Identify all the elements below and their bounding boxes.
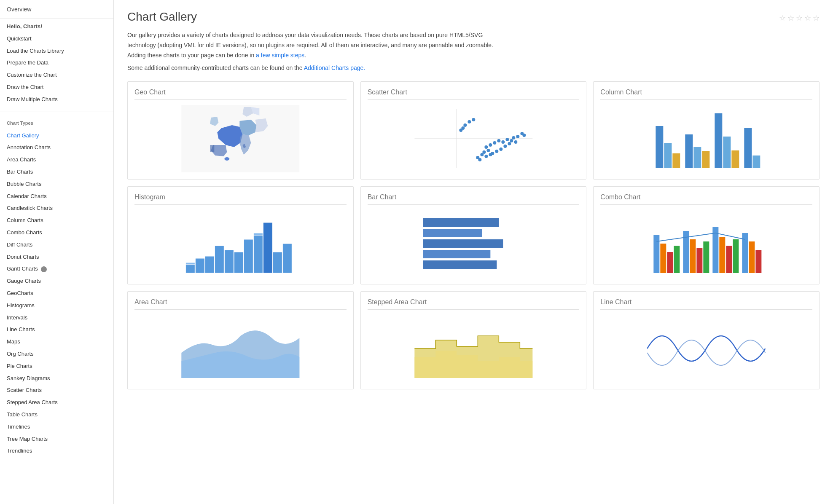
chart-title-area: Area Chart xyxy=(134,298,347,310)
svg-rect-59 xyxy=(253,233,263,235)
svg-point-8 xyxy=(493,141,496,145)
svg-rect-57 xyxy=(282,244,292,273)
svg-rect-51 xyxy=(224,250,234,273)
sidebar-item-quickstart[interactable]: Quickstart xyxy=(0,33,113,45)
sidebar-item-area-charts[interactable]: Area Charts xyxy=(0,154,113,166)
sidebar-item-draw-multiple[interactable]: Draw Multiple Charts xyxy=(0,94,113,106)
sidebar-item-hello-charts[interactable]: Hello, Charts! xyxy=(0,21,113,33)
chart-title-bar: Bar Chart xyxy=(368,193,580,205)
svg-point-29 xyxy=(468,120,471,123)
sidebar-chart-types-group: Chart Gallery Annotation Charts Area Cha… xyxy=(0,128,113,461)
svg-point-11 xyxy=(505,138,509,141)
sidebar-item-bubble-charts[interactable]: Bubble Charts xyxy=(0,178,113,190)
svg-rect-72 xyxy=(690,239,696,273)
sidebar-item-customize-chart[interactable]: Customize the Chart xyxy=(0,69,113,81)
page-header: Chart Gallery ☆ ☆ ☆ ☆ ☆ xyxy=(127,10,820,24)
simple-steps-link[interactable]: a few simple steps xyxy=(256,52,304,59)
svg-point-27 xyxy=(484,155,488,158)
svg-rect-45 xyxy=(753,155,760,168)
line-chart-svg xyxy=(600,315,812,382)
main-description: Our gallery provides a variety of charts… xyxy=(127,30,507,60)
svg-point-15 xyxy=(503,145,507,148)
svg-rect-70 xyxy=(674,246,680,273)
sidebar-divider xyxy=(0,112,113,112)
star-1[interactable]: ☆ xyxy=(779,13,786,23)
star-5[interactable]: ☆ xyxy=(813,13,820,23)
svg-point-25 xyxy=(522,134,526,137)
sidebar-item-chart-gallery[interactable]: Chart Gallery xyxy=(0,130,113,142)
star-4[interactable]: ☆ xyxy=(804,13,811,23)
sidebar-item-stepped-area-charts[interactable]: Stepped Area Charts xyxy=(0,397,113,409)
chart-card-scatter[interactable]: Scatter Chart xyxy=(360,81,587,180)
svg-rect-68 xyxy=(661,244,666,273)
column-chart-svg xyxy=(600,105,812,172)
star-rating[interactable]: ☆ ☆ ☆ ☆ ☆ xyxy=(779,13,820,23)
chart-visual-histogram xyxy=(134,210,347,277)
star-2[interactable]: ☆ xyxy=(787,13,794,23)
sidebar-overview-item[interactable]: Overview xyxy=(0,0,113,19)
sidebar-item-gantt-charts[interactable]: Gantt Charts ! xyxy=(0,263,113,275)
chart-title-scatter: Scatter Chart xyxy=(368,88,580,100)
svg-rect-48 xyxy=(195,258,204,273)
sidebar: Overview Hello, Charts! Quickstart Load … xyxy=(0,0,114,504)
sidebar-item-draw-chart[interactable]: Draw the Chart xyxy=(0,81,113,94)
svg-point-17 xyxy=(512,136,515,139)
sidebar-item-calendar-charts[interactable]: Calendar Charts xyxy=(0,190,113,203)
sidebar-item-maps[interactable]: Maps xyxy=(0,336,113,348)
chart-card-combo[interactable]: Combo Chart xyxy=(593,186,820,284)
sidebar-item-combo-charts[interactable]: Combo Charts xyxy=(0,227,113,239)
sidebar-item-pie-charts[interactable]: Pie Charts xyxy=(0,360,113,373)
chart-visual-area xyxy=(134,315,347,382)
sidebar-item-gauge-charts[interactable]: Gauge Charts xyxy=(0,275,113,287)
svg-rect-37 xyxy=(673,153,680,168)
sidebar-item-prepare-data[interactable]: Prepare the Data xyxy=(0,57,113,69)
svg-rect-50 xyxy=(215,246,224,273)
sidebar-item-org-charts[interactable]: Org Charts xyxy=(0,348,113,360)
svg-rect-40 xyxy=(702,151,710,168)
chart-title-line: Line Chart xyxy=(600,298,812,310)
chart-card-histogram[interactable]: Histogram xyxy=(127,186,354,284)
combo-chart-svg xyxy=(600,210,812,277)
sidebar-item-line-charts[interactable]: Line Charts xyxy=(0,324,113,336)
sidebar-item-tree-map-charts[interactable]: Tree Map Charts xyxy=(0,433,113,445)
svg-rect-55 xyxy=(263,223,272,273)
sidebar-item-timelines[interactable]: Timelines xyxy=(0,421,113,433)
sidebar-item-geocharts[interactable]: GeoCharts xyxy=(0,287,113,300)
sidebar-item-bar-charts[interactable]: Bar Charts xyxy=(0,166,113,178)
sidebar-item-histograms[interactable]: Histograms xyxy=(0,300,113,312)
sidebar-item-annotation-charts[interactable]: Annotation Charts xyxy=(0,142,113,154)
chart-card-area[interactable]: Area Chart xyxy=(127,291,354,389)
svg-point-16 xyxy=(508,142,511,145)
sidebar-item-donut-charts[interactable]: Donut Charts xyxy=(0,251,113,263)
svg-rect-65 xyxy=(423,260,497,269)
svg-rect-36 xyxy=(664,143,672,168)
svg-point-30 xyxy=(472,118,475,121)
sidebar-item-column-charts[interactable]: Column Charts xyxy=(0,214,113,227)
sidebar-item-trendlines[interactable]: Trendlines xyxy=(0,445,113,457)
sidebar-item-candlestick-charts[interactable]: Candlestick Charts xyxy=(0,202,113,214)
sidebar-item-table-charts[interactable]: Table Charts xyxy=(0,409,113,421)
chart-visual-geo xyxy=(134,105,347,172)
sidebar-item-diff-charts[interactable]: Diff Charts xyxy=(0,239,113,251)
sidebar-item-sankey-diagrams[interactable]: Sankey Diagrams xyxy=(0,373,113,385)
sidebar-chart-types-title: Chart Types xyxy=(0,115,113,128)
chart-card-stepped[interactable]: Stepped Area Chart xyxy=(360,291,587,389)
svg-point-1 xyxy=(224,157,229,161)
chart-card-bar[interactable]: Bar Chart xyxy=(360,186,587,284)
sidebar-item-scatter-charts[interactable]: Scatter Charts xyxy=(0,384,113,397)
histogram-chart-svg xyxy=(134,210,347,277)
star-3[interactable]: ☆ xyxy=(796,13,803,23)
svg-point-23 xyxy=(514,140,517,144)
svg-rect-81 xyxy=(756,250,762,273)
sidebar-item-intervals[interactable]: Intervals xyxy=(0,312,113,324)
chart-card-column[interactable]: Column Chart xyxy=(593,81,820,180)
sidebar-item-load-charts[interactable]: Load the Charts Library xyxy=(0,45,113,57)
svg-point-18 xyxy=(516,135,519,138)
svg-rect-58 xyxy=(185,263,195,265)
additional-charts-link[interactable]: Additional Charts page. xyxy=(304,64,365,71)
svg-rect-53 xyxy=(244,239,253,273)
stepped-area-chart-svg xyxy=(368,315,580,382)
svg-rect-39 xyxy=(694,147,701,168)
chart-card-line[interactable]: Line Chart xyxy=(593,291,820,389)
chart-card-geo[interactable]: Geo Chart xyxy=(127,81,354,180)
